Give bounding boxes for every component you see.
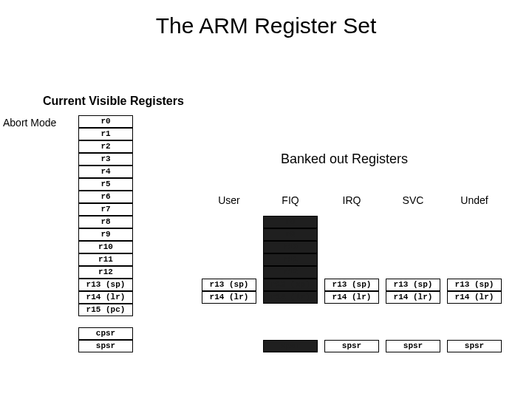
banked-column-irq: r13 (sp) r14 (lr): [324, 279, 379, 304]
banked-column-undef: r13 (sp) r14 (lr): [447, 279, 502, 304]
main-register-column: r0 r1 r2 r3 r4 r5 r6 r7 r8 r9 r10 r11 r1…: [78, 115, 133, 316]
register-cell: r9: [263, 228, 318, 241]
register-cell: r14 (lr): [263, 291, 318, 304]
register-cell: r5: [78, 178, 133, 191]
banked-spsr-undef: spsr: [447, 340, 502, 352]
register-cell: r15 (pc): [78, 304, 133, 316]
banked-spsr-svc: spsr: [386, 340, 440, 352]
register-cell: r0: [78, 115, 133, 128]
register-cell: r13 (sp): [386, 279, 440, 291]
register-cell: r10: [78, 241, 133, 253]
register-cell: r4: [78, 166, 133, 178]
register-cell: r2: [78, 140, 133, 153]
register-cell: r14 (lr): [386, 291, 440, 304]
register-cell: r12: [263, 266, 318, 279]
column-header-svc: SVC: [386, 194, 440, 206]
column-header-fiq: FIQ: [263, 194, 318, 206]
register-cell: r13 (sp): [78, 279, 133, 291]
banked-spsr-irq: spsr: [324, 340, 379, 352]
mode-label: Abort Mode: [3, 117, 56, 129]
register-cell: r8: [78, 216, 133, 228]
register-cell: r12: [78, 266, 133, 279]
register-cell: r13 (sp): [263, 279, 318, 291]
banked-spsr-fiq: spsr: [263, 340, 318, 352]
register-cell: r13 (sp): [447, 279, 502, 291]
column-header-user: User: [202, 194, 256, 206]
register-cell: r3: [78, 153, 133, 166]
banked-column-user: r13 (sp) r14 (lr): [202, 279, 256, 304]
register-cell-spsr: spsr: [324, 340, 379, 352]
register-cell: r14 (lr): [324, 291, 379, 304]
register-cell-spsr: spsr: [386, 340, 440, 352]
banked-registers-label: Banked out Registers: [281, 151, 408, 167]
register-cell: r14 (lr): [202, 291, 256, 304]
register-cell: r9: [78, 228, 133, 241]
visible-registers-label: Current Visible Registers: [43, 95, 184, 108]
register-cell: r6: [78, 191, 133, 203]
register-cell: r11: [263, 253, 318, 266]
register-cell-spsr: spsr: [447, 340, 502, 352]
register-cell-spsr: spsr: [263, 340, 318, 352]
register-cell: r1: [78, 128, 133, 140]
register-cell: r11: [78, 253, 133, 266]
register-cell: r10: [263, 241, 318, 253]
register-cell-cpsr: cpsr: [78, 327, 133, 340]
register-cell: r13 (sp): [202, 279, 256, 291]
register-cell-spsr: spsr: [78, 340, 133, 352]
register-cell: r13 (sp): [324, 279, 379, 291]
register-cell: r14 (lr): [447, 291, 502, 304]
status-register-column: cpsr spsr: [78, 327, 133, 352]
register-cell: r14 (lr): [78, 291, 133, 304]
column-header-irq: IRQ: [324, 194, 379, 206]
column-header-undef: Undef: [447, 194, 502, 206]
banked-column-fiq: r8 r9 r10 r11 r12 r13 (sp) r14 (lr): [263, 216, 318, 304]
banked-column-svc: r13 (sp) r14 (lr): [386, 279, 440, 304]
page-title: The ARM Register Set: [0, 13, 532, 38]
register-cell: r7: [78, 203, 133, 216]
register-cell: r8: [263, 216, 318, 228]
